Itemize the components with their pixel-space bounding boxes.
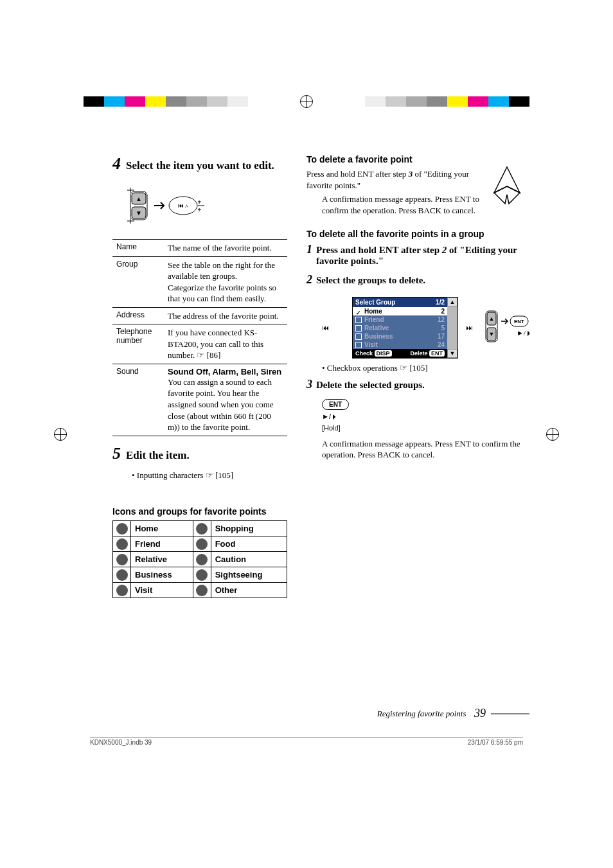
svg-text:⏮ ∧: ⏮ ∧ <box>178 202 188 209</box>
arrow-label: ►/⏵ <box>322 412 338 420</box>
table-row: BusinessSightseeing <box>113 567 287 583</box>
select-group-screenshot: Select Group1/2 Home2 Friend12 Relative5… <box>352 297 458 359</box>
definition-table: NameThe name of the favorite point. Grou… <box>112 239 287 436</box>
right-column: To delete a favorite point Press and hol… <box>306 154 529 598</box>
business-icon <box>116 569 128 581</box>
group-step-3-body: A confirmation message appears. Press EN… <box>322 438 529 461</box>
step-number: 4 <box>112 154 121 173</box>
table-row: AddressThe address of the favorite point… <box>112 307 287 324</box>
sightseeing-icon <box>196 569 208 581</box>
checkbox-icon <box>355 333 362 340</box>
checkbox-ops-note: • Checkbox operations ☞ [105] <box>322 362 529 374</box>
home-icon <box>116 523 128 535</box>
rocker-diagram: ▲ ▼ ENT ►/⏵ <box>484 307 529 348</box>
table-row: FriendFood <box>113 536 287 552</box>
svg-text:▲: ▲ <box>489 315 495 322</box>
ent-button-icon: ENT <box>322 399 349 410</box>
footer-section: Registering favorite points <box>377 709 466 719</box>
hold-label: [Hold] <box>322 424 341 432</box>
caution-icon <box>196 554 208 565</box>
delete-point-confirm: A confirmation message appears. Press EN… <box>322 193 529 216</box>
step-number: 5 <box>112 444 121 463</box>
friend-icon <box>116 538 128 550</box>
left-column: 4 Select the item you want to edit. ▲ ▼ … <box>112 154 287 598</box>
step-text: Edit the item. <box>126 449 190 462</box>
print-date: 23/1/07 6:59:55 pm <box>468 739 523 746</box>
step-text: Select the groups to delete. <box>316 275 425 286</box>
button-diagram-icon: ▲ ▼ ⏮ ∧ <box>125 186 209 225</box>
print-file: KDNX5000_J.indb 39 <box>90 739 152 746</box>
crosshair-icon <box>300 95 313 108</box>
checkbox-icon <box>355 342 362 348</box>
table-row: Telephone numberIf you have connected KS… <box>112 324 287 364</box>
other-icon <box>196 585 208 596</box>
svg-text:►/⏵: ►/⏵ <box>517 329 529 337</box>
scroll-up-icon: ▲ <box>447 297 458 306</box>
crosshair-icon <box>54 428 67 441</box>
table-row: HomeShopping <box>113 521 287 536</box>
icon-grid: HomeShopping FriendFood RelativeCaution … <box>112 520 287 598</box>
checkbox-icon <box>355 325 362 332</box>
scroll-down-icon: ▼ <box>447 349 458 358</box>
screenshot-row: ⏮ Select Group1/2 Home2 Friend12 Relativ… <box>322 293 529 362</box>
print-footer: KDNX5000_J.indb 39 23/1/07 6:59:55 pm <box>90 737 523 746</box>
visit-icon <box>116 585 128 596</box>
group-step-2: 2 Select the groups to delete. <box>306 273 529 287</box>
table-row: NameThe name of the favorite point. <box>112 240 287 257</box>
table-row: VisitOther <box>113 583 287 598</box>
food-icon <box>196 538 208 550</box>
table-row: SoundSound Off, Alarm, Bell, SirenYou ca… <box>112 364 287 436</box>
svg-text:▲: ▲ <box>136 195 142 202</box>
step-text: Select the item you want to edit. <box>126 159 274 172</box>
relative-icon <box>116 554 128 565</box>
step-number: 2 <box>306 273 312 287</box>
table-row: RelativeCaution <box>113 552 287 567</box>
delete-point-heading: To delete a favorite point <box>306 154 529 164</box>
svg-text:ENT: ENT <box>514 319 524 324</box>
icons-heading: Icons and groups for favorite points <box>112 506 287 517</box>
table-row: GroupSee the table on the right for the … <box>112 256 287 307</box>
skip-back-icon: ⏮ <box>322 324 329 332</box>
step-5: 5 Edit the item. <box>112 444 287 463</box>
svg-text:▼: ▼ <box>136 209 142 217</box>
skip-fwd-icon: ⏭ <box>466 324 473 332</box>
step-5-bullet: • Inputting characters ☞ [105] <box>132 470 287 481</box>
svg-text:▼: ▼ <box>489 331 495 337</box>
step-text: Delete the selected groups. <box>316 380 425 391</box>
checkbox-icon <box>355 317 362 323</box>
delete-group-heading: To delete all the favorite points in a g… <box>306 229 529 239</box>
shopping-icon <box>196 523 208 535</box>
page-number: 39 <box>474 707 486 720</box>
group-step-3: 3 Delete the selected groups. <box>306 378 529 391</box>
group-step-1: 1 Press and hold ENT after step 2 of "Ed… <box>306 243 529 267</box>
hold-diagram: ENT ►/⏵ [Hold] <box>322 398 529 433</box>
step-number: 3 <box>306 378 312 391</box>
checkbox-icon <box>355 308 362 315</box>
crosshair-icon <box>546 428 559 441</box>
step-number: 1 <box>306 243 312 256</box>
page-footer: Registering favorite points 39 <box>112 707 529 720</box>
step-4: 4 Select the item you want to edit. <box>112 154 287 173</box>
step-text: Press and hold ENT after step 2 of "Edit… <box>316 245 529 267</box>
delete-point-body: Press and hold ENT after step 3 of "Edit… <box>306 168 529 191</box>
